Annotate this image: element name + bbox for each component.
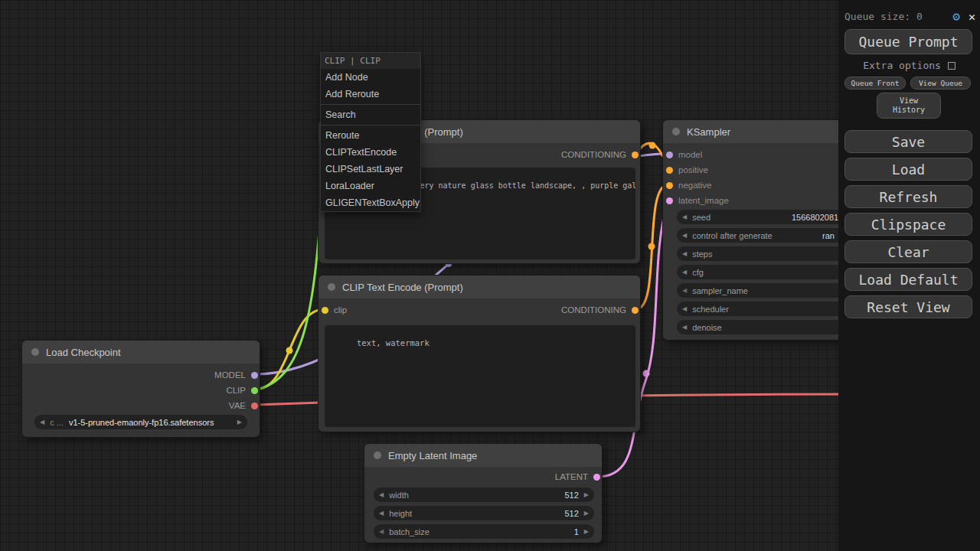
prev-arrow-icon[interactable]: ◀ <box>682 324 687 331</box>
slot-conditioning-output[interactable]: CONDITIONING <box>479 302 640 318</box>
node-clip-text-encode-negative[interactable]: CLIP Text Encode (Prompt) clip CONDITION… <box>318 275 641 432</box>
prompt-text: text, watermark <box>357 338 430 347</box>
link-midpoint-latent <box>643 370 650 377</box>
node-canvas[interactable]: Load Checkpoint MODEL CLIP VAE ◀ c ... v… <box>0 0 980 551</box>
queue-prompt-button[interactable]: Queue Prompt <box>844 29 972 54</box>
next-arrow-icon[interactable]: ▶ <box>584 491 589 498</box>
batch-size-label: batch_size <box>389 527 430 536</box>
menu-item-clipsetlastlayer[interactable]: CLIPSetLastLayer <box>321 161 420 178</box>
next-arrow-icon[interactable]: ▶ <box>237 419 242 425</box>
collapse-dot-icon[interactable] <box>672 128 680 135</box>
menu-search-input[interactable]: Search <box>321 106 420 123</box>
negative-prompt-textarea[interactable]: text, watermark <box>325 325 635 427</box>
refresh-button[interactable]: Refresh <box>844 185 972 208</box>
slot-label: CONDITIONING <box>561 150 626 159</box>
save-button[interactable]: Save <box>844 130 972 153</box>
link-release-context-menu: CLIP | CLIP Add Node Add Reroute Search … <box>320 52 421 212</box>
slot-label: VAE <box>229 401 246 410</box>
slot-label: CONDITIONING <box>561 305 626 315</box>
slot-label: LATENT <box>555 472 588 481</box>
height-label: height <box>389 509 412 518</box>
width-value: 512 <box>564 491 578 500</box>
height-widget[interactable]: ◀ height 512 ▶ <box>374 506 594 520</box>
prev-arrow-icon[interactable]: ◀ <box>682 269 687 276</box>
prev-arrow-icon[interactable]: ◀ <box>379 528 384 535</box>
extra-options-label: Extra options <box>863 60 941 71</box>
close-icon[interactable]: ✕ <box>969 10 975 24</box>
latent-input-socket[interactable] <box>666 197 673 204</box>
next-arrow-icon[interactable]: ▶ <box>584 528 589 535</box>
negative-input-socket[interactable] <box>666 182 673 189</box>
cfg-label: cfg <box>692 268 704 277</box>
height-value: 512 <box>564 509 578 518</box>
menu-item-cliptextencode[interactable]: CLIPTextEncode <box>321 144 420 161</box>
load-default-button[interactable]: Load Default <box>844 268 972 291</box>
prev-arrow-icon[interactable]: ◀ <box>682 287 687 294</box>
clear-button[interactable]: Clear <box>844 240 972 263</box>
view-history-button[interactable]: View History <box>877 93 941 119</box>
collapse-dot-icon[interactable] <box>328 283 335 291</box>
latent-output-socket[interactable] <box>593 474 600 481</box>
slot-vae-output[interactable]: VAE <box>22 398 260 413</box>
ckpt-widget-value: v1-5-pruned-emaonly-fp16.safetensors <box>69 418 214 427</box>
prev-arrow-icon[interactable]: ◀ <box>682 214 687 220</box>
positive-input-socket[interactable] <box>666 167 673 174</box>
node-title-bar[interactable]: Empty Latent Image <box>364 444 602 467</box>
width-widget[interactable]: ◀ width 512 ▶ <box>374 487 594 502</box>
vae-output-socket[interactable] <box>251 403 258 409</box>
slot-latent-output[interactable]: LATENT <box>364 469 602 484</box>
conditioning-output-socket[interactable] <box>632 307 639 314</box>
settings-gear-icon[interactable]: ⚙ <box>952 9 960 24</box>
reset-view-button[interactable]: Reset View <box>844 295 972 318</box>
clip-output-socket[interactable] <box>251 387 258 394</box>
clip-input-socket[interactable] <box>322 307 328 314</box>
conditioning-output-socket[interactable] <box>632 152 639 158</box>
slot-label: positive <box>678 165 708 174</box>
slot-label: negative <box>678 181 711 190</box>
load-button[interactable]: Load <box>844 158 972 181</box>
queue-size-label: Queue size: 0 <box>844 11 923 22</box>
node-empty-latent-image[interactable]: Empty Latent Image LATENT ◀ width 512 ▶ … <box>364 443 603 543</box>
next-arrow-icon[interactable]: ▶ <box>584 510 589 517</box>
slot-label: clip <box>334 305 347 315</box>
comfy-menu-panel: Queue size: 0 ⚙ ✕ Queue Prompt Extra opt… <box>838 0 980 551</box>
node-title-bar[interactable]: Load Checkpoint <box>22 341 260 364</box>
batch-size-widget[interactable]: ◀ batch_size 1 ▶ <box>374 524 594 539</box>
prev-arrow-icon[interactable]: ◀ <box>379 510 384 517</box>
prev-arrow-icon[interactable]: ◀ <box>682 250 687 257</box>
menu-separator <box>321 104 420 105</box>
prev-arrow-icon[interactable]: ◀ <box>682 232 687 239</box>
slot-label: CLIP <box>226 386 246 395</box>
prev-arrow-icon[interactable]: ◀ <box>379 491 384 498</box>
slot-clip-output[interactable]: CLIP <box>22 383 260 398</box>
node-load-checkpoint[interactable]: Load Checkpoint MODEL CLIP VAE ◀ c ... v… <box>21 340 260 438</box>
slot-conditioning-output[interactable]: CONDITIONING <box>479 147 640 162</box>
ckpt-name-widget[interactable]: ◀ c ... v1-5-pruned-emaonly-fp16.safeten… <box>34 415 247 429</box>
prev-arrow-icon[interactable]: ◀ <box>40 419 44 425</box>
clipspace-button[interactable]: Clipspace <box>844 213 972 236</box>
menu-item-add-node[interactable]: Add Node <box>321 69 420 86</box>
wire-clip-drag[interactable] <box>255 201 322 390</box>
view-queue-button[interactable]: View Queue <box>910 77 971 90</box>
menu-separator <box>321 125 420 126</box>
slot-label: model <box>678 150 702 159</box>
menu-item-loraloader[interactable]: LoraLoader <box>321 178 420 194</box>
context-menu-title: CLIP | CLIP <box>321 53 420 69</box>
control-after-generate-value: ran <box>822 231 835 240</box>
seed-value: 1566802081 <box>792 213 838 222</box>
node-title-bar[interactable]: CLIP Text Encode (Prompt) <box>318 276 640 298</box>
slot-label: MODEL <box>214 370 246 380</box>
slot-model-output[interactable]: MODEL <box>22 367 260 383</box>
prev-arrow-icon[interactable]: ◀ <box>682 305 687 312</box>
menu-item-gligentextboxapply[interactable]: GLIGENTextBoxApply <box>321 194 420 211</box>
node-title: Empty Latent Image <box>388 450 477 461</box>
collapse-dot-icon[interactable] <box>31 348 39 356</box>
model-input-socket[interactable] <box>666 152 673 158</box>
extra-options-checkbox[interactable] <box>948 62 956 70</box>
menu-item-reroute[interactable]: Reroute <box>321 127 420 144</box>
menu-item-add-reroute[interactable]: Add Reroute <box>321 86 420 103</box>
slot-clip-input[interactable]: clip <box>318 302 479 318</box>
queue-front-button[interactable]: Queue Front <box>844 77 906 90</box>
collapse-dot-icon[interactable] <box>374 452 381 459</box>
model-output-socket[interactable] <box>251 372 258 379</box>
